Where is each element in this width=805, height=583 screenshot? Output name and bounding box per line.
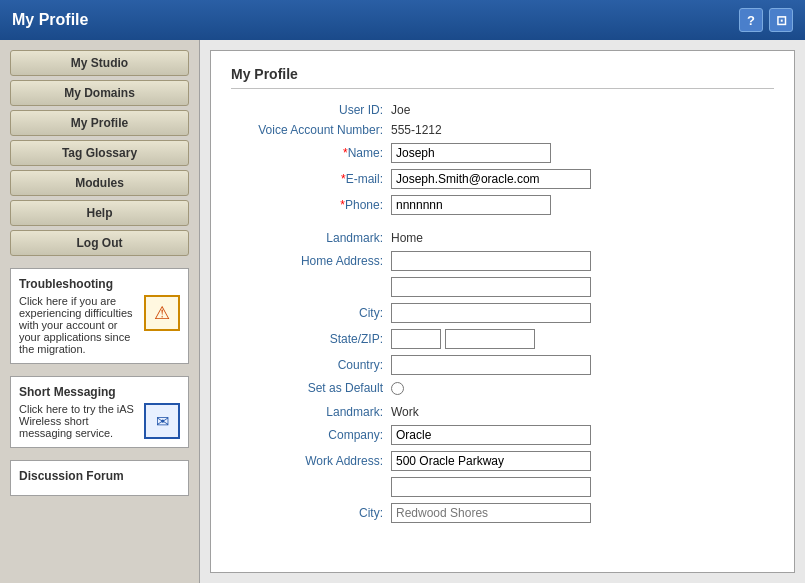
discussion-forum-title: Discussion Forum — [19, 469, 180, 483]
short-messaging-content: Click here to try the iAS Wireless short… — [19, 403, 180, 439]
work-city-row: City: — [231, 503, 774, 523]
discussion-forum-box: Discussion Forum — [10, 460, 189, 496]
home-landmark-label: Landmark: — [231, 231, 391, 245]
sidebar-item-modules[interactable]: Modules — [10, 170, 189, 196]
short-messaging-box: Short Messaging Click here to try the iA… — [10, 376, 189, 448]
home-country-label: Country: — [231, 358, 391, 372]
troubleshooting-title: Troubleshooting — [19, 277, 180, 291]
user-id-row: User ID: Joe — [231, 103, 774, 117]
troubleshooting-box: Troubleshooting Click here if you are ex… — [10, 268, 189, 364]
user-id-label: User ID: — [231, 103, 391, 117]
work-landmark-row: Landmark: Work — [231, 405, 774, 419]
main-layout: My Studio My Domains My Profile Tag Glos… — [0, 40, 805, 583]
home-country-input[interactable] — [391, 355, 591, 375]
user-id-value: Joe — [391, 103, 410, 117]
name-required-star: * — [343, 146, 348, 160]
work-address-row2 — [231, 477, 774, 497]
sidebar-item-tag-glossary[interactable]: Tag Glossary — [10, 140, 189, 166]
work-address-row1: Work Address: — [231, 451, 774, 471]
voice-account-label: Voice Account Number: — [231, 123, 391, 137]
sidebar-item-help[interactable]: Help — [10, 200, 189, 226]
email-row: *E-mail: — [231, 169, 774, 189]
help-icon-button[interactable]: ? — [739, 8, 763, 32]
home-zip-input[interactable] — [445, 329, 535, 349]
phone-row: *Phone: — [231, 195, 774, 215]
home-address-input1[interactable] — [391, 251, 591, 271]
header-title: My Profile — [12, 11, 88, 29]
home-landmark-row: Landmark: Home — [231, 231, 774, 245]
sidebar: My Studio My Domains My Profile Tag Glos… — [0, 40, 200, 583]
name-input[interactable] — [391, 143, 551, 163]
home-address-row2 — [231, 277, 774, 297]
message-icon[interactable]: ✉ — [144, 403, 180, 439]
home-state-zip-label: State/ZIP: — [231, 332, 391, 346]
sidebar-item-my-profile[interactable]: My Profile — [10, 110, 189, 136]
home-state-input[interactable] — [391, 329, 441, 349]
work-landmark-value: Work — [391, 405, 419, 419]
work-city-label: City: — [231, 506, 391, 520]
home-state-zip-row: State/ZIP: — [231, 329, 774, 349]
phone-label: *Phone: — [231, 198, 391, 212]
troubleshooting-text: Click here if you are experiencing diffi… — [19, 295, 138, 355]
home-city-label: City: — [231, 306, 391, 320]
main-content: My Profile User ID: Joe Voice Account Nu… — [200, 40, 805, 583]
home-address-label: Home Address: — [231, 254, 391, 268]
short-messaging-text: Click here to try the iAS Wireless short… — [19, 403, 138, 439]
company-label: Company: — [231, 428, 391, 442]
set-default-row: Set as Default — [231, 381, 774, 395]
voice-account-value: 555-1212 — [391, 123, 442, 137]
home-country-row: Country: — [231, 355, 774, 375]
email-input[interactable] — [391, 169, 591, 189]
header: My Profile ? ⊡ — [0, 0, 805, 40]
work-landmark-label: Landmark: — [231, 405, 391, 419]
set-default-label: Set as Default — [231, 381, 391, 395]
troubleshooting-content: Click here if you are experiencing diffi… — [19, 295, 180, 355]
home-address-input2[interactable] — [391, 277, 591, 297]
content-panel: My Profile User ID: Joe Voice Account Nu… — [210, 50, 795, 573]
work-address-input1[interactable] — [391, 451, 591, 471]
work-address-label: Work Address: — [231, 454, 391, 468]
home-address-row1: Home Address: — [231, 251, 774, 271]
email-label: *E-mail: — [231, 172, 391, 186]
company-input[interactable] — [391, 425, 591, 445]
name-row: *Name: — [231, 143, 774, 163]
close-icon-button[interactable]: ⊡ — [769, 8, 793, 32]
header-icon-group: ? ⊡ — [739, 8, 793, 32]
name-label: *Name: — [231, 146, 391, 160]
work-city-input[interactable] — [391, 503, 591, 523]
set-default-radio[interactable] — [391, 382, 404, 395]
email-required-star: * — [341, 172, 346, 186]
warning-icon[interactable]: ⚠ — [144, 295, 180, 331]
state-zip-group — [391, 329, 535, 349]
short-messaging-title: Short Messaging — [19, 385, 180, 399]
sidebar-item-my-domains[interactable]: My Domains — [10, 80, 189, 106]
company-row: Company: — [231, 425, 774, 445]
home-landmark-value: Home — [391, 231, 423, 245]
work-address-input2[interactable] — [391, 477, 591, 497]
phone-input[interactable] — [391, 195, 551, 215]
home-city-row: City: — [231, 303, 774, 323]
phone-required-star: * — [340, 198, 345, 212]
sidebar-item-log-out[interactable]: Log Out — [10, 230, 189, 256]
voice-account-row: Voice Account Number: 555-1212 — [231, 123, 774, 137]
panel-title: My Profile — [231, 66, 774, 89]
sidebar-item-my-studio[interactable]: My Studio — [10, 50, 189, 76]
home-city-input[interactable] — [391, 303, 591, 323]
